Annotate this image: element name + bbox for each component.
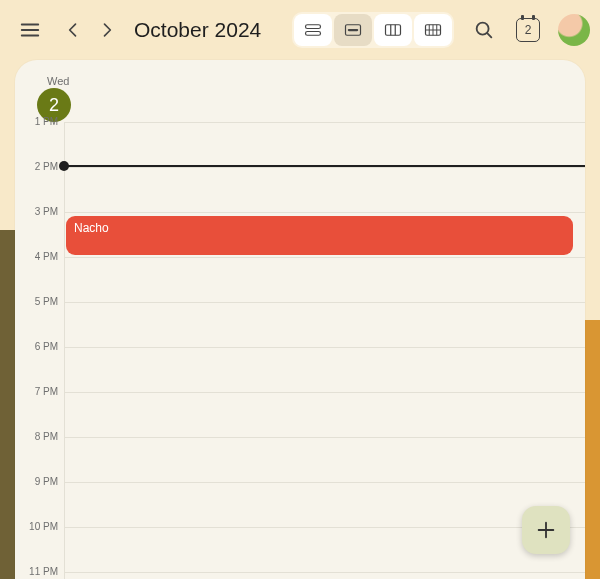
now-indicator-line xyxy=(64,165,585,167)
now-indicator-dot xyxy=(59,161,69,171)
hour-row: 2 PM xyxy=(15,167,585,212)
view-schedule-button[interactable] xyxy=(294,14,332,46)
hour-label: 10 PM xyxy=(15,521,64,532)
view-3day-button[interactable] xyxy=(374,14,412,46)
view-switcher xyxy=(292,12,454,48)
app-header: October 2024 2 xyxy=(0,0,600,60)
week-view-icon xyxy=(424,22,442,38)
plus-icon xyxy=(535,519,557,541)
hour-row: 8 PM xyxy=(15,437,585,482)
calendar-today-icon: 2 xyxy=(516,18,540,42)
create-event-fab[interactable] xyxy=(522,506,570,554)
time-grid[interactable]: 1 PM2 PM3 PM4 PM5 PM6 PM7 PM8 PM9 PM10 P… xyxy=(15,122,585,579)
hour-label: 1 PM xyxy=(15,116,64,127)
svg-rect-4 xyxy=(386,25,401,36)
hour-line xyxy=(64,302,585,303)
hour-line xyxy=(64,482,585,483)
page-title[interactable]: October 2024 xyxy=(134,18,261,42)
search-icon xyxy=(473,19,495,41)
hour-label: 3 PM xyxy=(15,206,64,217)
chevron-right-icon xyxy=(97,20,117,40)
calendar-event[interactable]: Nacho xyxy=(66,216,573,255)
svg-rect-3 xyxy=(348,29,359,31)
hour-row: 1 PM xyxy=(15,122,585,167)
hour-row: 6 PM xyxy=(15,347,585,392)
hour-row: 11 PM xyxy=(15,572,585,579)
menu-button[interactable] xyxy=(10,10,50,50)
hour-row: 4 PM xyxy=(15,257,585,302)
account-avatar[interactable] xyxy=(558,14,590,46)
hour-line xyxy=(64,437,585,438)
day-header: Wed 2 xyxy=(15,60,585,122)
hour-label: 9 PM xyxy=(15,476,64,487)
hour-label: 2 PM xyxy=(15,161,64,172)
hour-line xyxy=(64,527,585,528)
svg-rect-0 xyxy=(306,25,321,29)
hour-label: 7 PM xyxy=(15,386,64,397)
hour-label: 11 PM xyxy=(15,566,64,577)
hour-row: 9 PM xyxy=(15,482,585,527)
today-button[interactable]: 2 xyxy=(508,10,548,50)
hour-line xyxy=(64,257,585,258)
hour-line xyxy=(64,572,585,573)
hour-label: 4 PM xyxy=(15,251,64,262)
hour-line xyxy=(64,392,585,393)
hour-line xyxy=(64,212,585,213)
view-day-button[interactable] xyxy=(334,14,372,46)
weekday-label: Wed xyxy=(47,75,69,87)
prev-button[interactable] xyxy=(56,13,90,47)
hamburger-icon xyxy=(19,19,41,41)
hour-label: 5 PM xyxy=(15,296,64,307)
view-week-button[interactable] xyxy=(414,14,452,46)
calendar-card: Wed 2 1 PM2 PM3 PM4 PM5 PM6 PM7 PM8 PM9 … xyxy=(15,60,585,579)
day-view-icon xyxy=(344,22,362,38)
schedule-view-icon xyxy=(304,22,322,38)
chevron-left-icon xyxy=(63,20,83,40)
hour-line xyxy=(64,122,585,123)
nav-chevrons xyxy=(56,13,124,47)
three-day-view-icon xyxy=(384,22,402,38)
hour-label: 8 PM xyxy=(15,431,64,442)
search-button[interactable] xyxy=(464,10,504,50)
hour-row: 5 PM xyxy=(15,302,585,347)
hour-row: 10 PM xyxy=(15,527,585,572)
next-button[interactable] xyxy=(90,13,124,47)
svg-rect-1 xyxy=(306,32,321,36)
hour-label: 6 PM xyxy=(15,341,64,352)
hour-line xyxy=(64,167,585,168)
hour-line xyxy=(64,347,585,348)
hour-row: 7 PM xyxy=(15,392,585,437)
